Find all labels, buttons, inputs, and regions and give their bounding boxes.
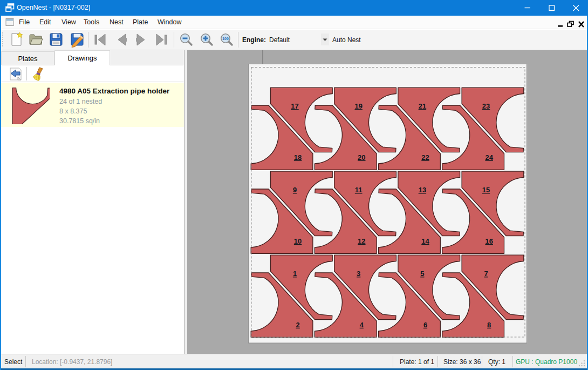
svg-text:19: 19 — [354, 102, 362, 110]
svg-text:6: 6 — [423, 321, 427, 329]
svg-text:24: 24 — [485, 153, 493, 162]
svg-text:14: 14 — [421, 237, 429, 245]
svg-text:22: 22 — [421, 153, 429, 162]
svg-text:16: 16 — [485, 237, 493, 245]
svg-text:1: 1 — [293, 270, 297, 278]
svg-text:17: 17 — [291, 102, 298, 110]
svg-text:5: 5 — [420, 270, 424, 278]
svg-text:100: 100 — [222, 37, 229, 41]
svg-text:13: 13 — [419, 186, 426, 194]
svg-text:12: 12 — [358, 237, 365, 245]
svg-text:9: 9 — [293, 186, 297, 194]
svg-text:3: 3 — [357, 270, 360, 278]
svg-text:10: 10 — [294, 237, 302, 245]
svg-text:21: 21 — [419, 102, 426, 110]
svg-text:11: 11 — [355, 186, 363, 194]
svg-text:18: 18 — [294, 153, 302, 162]
svg-text:15: 15 — [482, 186, 490, 194]
svg-text:8: 8 — [487, 321, 491, 329]
svg-text:7: 7 — [484, 270, 488, 278]
svg-text:4: 4 — [360, 321, 364, 329]
svg-text:20: 20 — [358, 153, 365, 162]
svg-text:23: 23 — [482, 102, 490, 110]
svg-text:2: 2 — [296, 321, 299, 329]
